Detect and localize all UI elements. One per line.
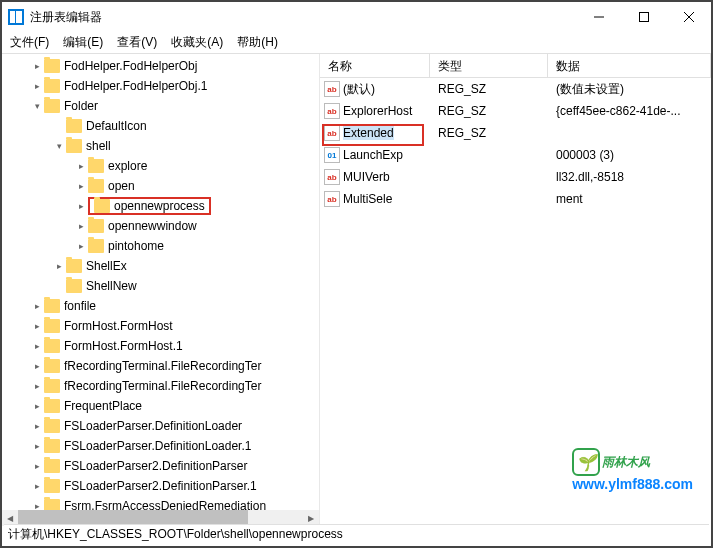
sprout-icon: 🌱 [572,448,600,476]
maximize-button[interactable] [621,2,666,32]
tree-label: ShellNew [86,279,137,293]
value-name: ExplorerHost [343,104,412,118]
expand-icon[interactable]: ▸ [74,239,88,253]
expand-icon[interactable]: ▸ [74,159,88,173]
watermark: 🌱 雨林木风 www.ylmf888.com [572,448,693,492]
tree-item[interactable]: ▸FSLoaderParser.DefinitionLoader.1 [2,436,319,456]
menu-bar: 文件(F) 编辑(E) 查看(V) 收藏夹(A) 帮助(H) [2,32,711,54]
expand-icon[interactable]: ▸ [30,79,44,93]
minimize-button[interactable] [576,2,621,32]
value-name: MUIVerb [343,170,390,184]
status-bar: 计算机\HKEY_CLASSES_ROOT\Folder\shell\openn… [4,524,709,544]
tree-item[interactable]: ▸FSLoaderParser2.DefinitionParser [2,456,319,476]
expand-icon[interactable]: ▸ [30,399,44,413]
value-data: 000003 (3) [548,148,711,162]
tree-item[interactable]: ▸FodHelper.FodHelperObj [2,56,319,76]
folder-icon [44,299,60,313]
expand-icon[interactable]: ▸ [30,419,44,433]
value-row[interactable]: 01LaunchExp000003 (3) [320,144,711,166]
expand-icon[interactable]: ▸ [30,319,44,333]
tree-label: FSLoaderParser2.DefinitionParser [64,459,247,473]
tree-item[interactable]: ShellNew [2,276,319,296]
expand-icon[interactable]: ▸ [30,59,44,73]
expand-icon[interactable]: ▸ [30,479,44,493]
tree-item[interactable]: DefaultIcon [2,116,319,136]
tree-label: Folder [64,99,98,113]
tree-item[interactable]: ▸FrequentPlace [2,396,319,416]
tree-item[interactable]: ▸FSLoaderParser2.DefinitionParser.1 [2,476,319,496]
title-bar: 注册表编辑器 [2,2,711,32]
expand-icon[interactable]: ▸ [74,219,88,233]
tree-item[interactable]: ▸FodHelper.FodHelperObj.1 [2,76,319,96]
tree-item[interactable]: ▸ShellEx [2,256,319,276]
close-button[interactable] [666,2,711,32]
tree-label: FSLoaderParser.DefinitionLoader [64,419,242,433]
tree-item[interactable]: ▸explore [2,156,319,176]
window-title: 注册表编辑器 [30,9,576,26]
tree-item[interactable]: ▸FormHost.FormHost [2,316,319,336]
value-row[interactable]: abMultiSelement [320,188,711,210]
menu-help[interactable]: 帮助(H) [237,34,278,51]
menu-favorites[interactable]: 收藏夹(A) [171,34,223,51]
tree-label: FSLoaderParser.DefinitionLoader.1 [64,439,251,453]
menu-file[interactable]: 文件(F) [10,34,49,51]
expand-icon[interactable]: ▸ [30,339,44,353]
col-header-type[interactable]: 类型 [430,54,548,77]
expand-icon[interactable]: ▸ [30,299,44,313]
folder-icon [44,459,60,473]
expand-icon[interactable]: ▸ [30,359,44,373]
content-area: ▸FodHelper.FodHelperObj▸FodHelper.FodHel… [2,54,711,526]
value-row[interactable]: abExplorerHostREG_SZ{ceff45ee-c862-41de-… [320,100,711,122]
value-row[interactable]: abExtendedREG_SZ [320,122,711,144]
tree-label: explore [108,159,147,173]
folder-icon [66,279,82,293]
tree-label: pintohome [108,239,164,253]
expand-icon[interactable]: ▸ [74,199,88,213]
value-row[interactable]: abMUIVerbll32.dll,-8518 [320,166,711,188]
expand-icon[interactable]: ▸ [52,259,66,273]
highlight-opennewprocess: opennewprocess [88,197,211,215]
tree-item[interactable]: ▸opennewwindow [2,216,319,236]
value-name: (默认) [343,81,375,98]
tree-item[interactable]: ▸opennewprocess [2,196,319,216]
expand-icon[interactable] [52,279,66,293]
expand-icon[interactable] [52,119,66,133]
folder-icon [44,419,60,433]
watermark-brand: 雨林木风 [602,454,650,471]
svg-rect-1 [639,13,648,22]
expand-icon[interactable]: ▾ [30,99,44,113]
menu-edit[interactable]: 编辑(E) [63,34,103,51]
value-row[interactable]: ab(默认)REG_SZ(数值未设置) [320,78,711,100]
tree-item[interactable]: ▸open [2,176,319,196]
expand-icon[interactable]: ▸ [30,379,44,393]
tree-item[interactable]: ▾shell [2,136,319,156]
folder-icon [44,399,60,413]
col-header-data[interactable]: 数据 [548,54,711,77]
expand-icon[interactable]: ▸ [30,439,44,453]
folder-icon [44,79,60,93]
tree-item[interactable]: ▸pintohome [2,236,319,256]
tree-item[interactable]: ▾Folder [2,96,319,116]
folder-icon [88,219,104,233]
expand-icon[interactable]: ▾ [52,139,66,153]
menu-view[interactable]: 查看(V) [117,34,157,51]
folder-icon [88,239,104,253]
tree-label: fonfile [64,299,96,313]
tree-label: DefaultIcon [86,119,147,133]
expand-icon[interactable]: ▸ [30,459,44,473]
col-header-name[interactable]: 名称 [320,54,430,77]
tree-item[interactable]: ▸FSLoaderParser.DefinitionLoader [2,416,319,436]
tree-item[interactable]: ▸fonfile [2,296,319,316]
list-header[interactable]: 名称 类型 数据 [320,54,711,78]
tree-pane[interactable]: ▸FodHelper.FodHelperObj▸FodHelper.FodHel… [2,54,320,526]
tree-item[interactable]: ▸FormHost.FormHost.1 [2,336,319,356]
tree-item[interactable]: ▸fRecordingTerminal.FileRecordingTer [2,376,319,396]
value-data: ll32.dll,-8518 [548,170,711,184]
binary-value-icon: 01 [324,147,340,163]
expand-icon[interactable]: ▸ [74,179,88,193]
tree-label: ShellEx [86,259,127,273]
folder-icon [66,259,82,273]
tree-label: FodHelper.FodHelperObj.1 [64,79,207,93]
tree-item[interactable]: ▸fRecordingTerminal.FileRecordingTer [2,356,319,376]
value-name: MultiSele [343,192,392,206]
